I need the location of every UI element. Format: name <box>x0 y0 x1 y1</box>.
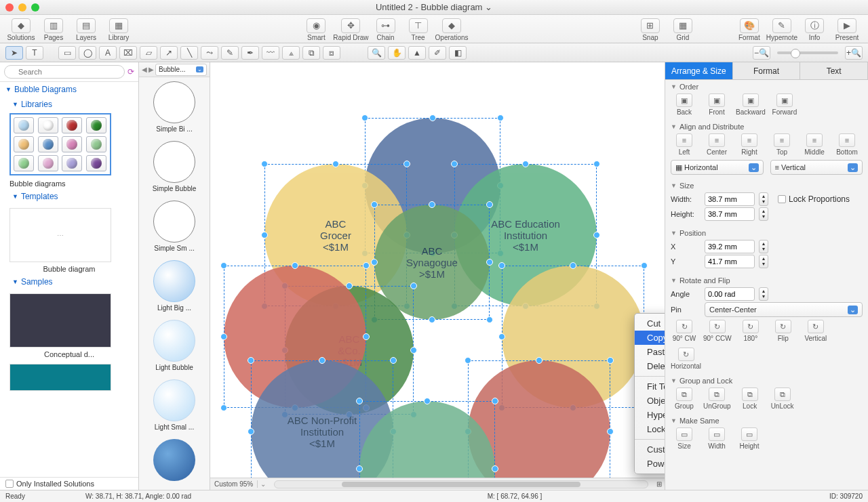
selection-handle[interactable] <box>410 347 417 354</box>
info-button[interactable]: ⓘInfo <box>799 18 830 41</box>
eraser-icon[interactable]: ◧ <box>449 46 467 60</box>
lock-button[interactable]: ⧉Lock <box>736 388 764 410</box>
v-distribute-select[interactable]: ≡ Vertical⌄ <box>770 160 863 175</box>
pin-select[interactable]: Center-Center⌄ <box>705 302 863 317</box>
height-stepper[interactable]: ▴▾ <box>759 207 768 221</box>
ungroup-button[interactable]: ⧉UnGroup <box>703 388 731 410</box>
canvas[interactable]: ABC Grocer <$1MABC Education Institution… <box>210 62 665 490</box>
selection-handle[interactable] <box>497 114 504 121</box>
solutions-button[interactable]: ◆Solutions <box>5 18 37 41</box>
eyedropper-icon[interactable]: ✐ <box>429 46 446 60</box>
height-button[interactable]: ▭Height <box>736 427 763 450</box>
ctx-hypernote[interactable]: Hypernote <box>635 408 665 422</box>
back-button[interactable]: ▣Back <box>671 93 698 116</box>
rotate-header[interactable]: ▼Rotate and Flip <box>671 276 863 285</box>
selection-handle[interactable] <box>292 262 298 269</box>
selection-handle[interactable] <box>593 232 600 238</box>
selection-handle[interactable] <box>261 232 268 238</box>
palette-swatch[interactable] <box>14 155 34 171</box>
traffic-lights[interactable] <box>5 3 39 12</box>
only-installed-check[interactable]: Only Installed Solutions <box>0 477 138 490</box>
hypernote-button[interactable]: ✎Hypernote <box>766 18 797 41</box>
templates-heading[interactable]: ▼Templates <box>0 189 138 204</box>
x-stepper[interactable]: ▴▾ <box>759 240 768 253</box>
center-button[interactable]: ≡Center <box>703 133 730 156</box>
library-shape[interactable]: Light Bubble <box>139 316 210 375</box>
rapid-draw-button[interactable]: ✥Rapid Draw <box>333 18 368 41</box>
size-header[interactable]: ▼Size <box>671 182 863 190</box>
vertical-button[interactable]: ↻Vertical <box>802 320 829 342</box>
library-shape[interactable]: Light Smal ... <box>139 375 210 435</box>
right-button[interactable]: ≡Right <box>736 133 763 156</box>
selection-handle[interactable] <box>356 398 363 404</box>
palette-swatch[interactable] <box>62 136 82 152</box>
pan-icon[interactable]: ✋ <box>388 46 406 60</box>
selection-handle[interactable] <box>332 161 339 167</box>
width-stepper[interactable]: ▴▾ <box>759 192 768 206</box>
text-shape-icon[interactable]: A <box>99 46 117 60</box>
ctx-cut[interactable]: Cut <box>635 316 665 331</box>
backward-button[interactable]: ▣Backward <box>736 93 766 116</box>
palette-swatch[interactable] <box>86 136 106 152</box>
selection-handle[interactable] <box>390 357 397 364</box>
ctx-lock[interactable]: Lock▶ <box>635 422 665 436</box>
present-button[interactable]: ▶Present <box>831 18 863 41</box>
library-shape[interactable]: Light Big ... <box>139 256 210 316</box>
palette-swatch[interactable] <box>38 155 58 171</box>
reload-icon[interactable]: ⟳ <box>127 67 134 77</box>
palette-swatch[interactable] <box>38 117 58 133</box>
text-tool[interactable]: T <box>26 46 43 60</box>
library-shape[interactable] <box>139 435 210 487</box>
template-thumb[interactable]: ⋯ <box>9 208 111 262</box>
selection-handle[interactable] <box>410 283 417 289</box>
grid-button[interactable]: ▦Grid <box>667 18 698 41</box>
ellipse-shape-icon[interactable]: ◯ <box>79 46 96 60</box>
selection-handle[interactable] <box>498 262 505 269</box>
lock-proportions-check[interactable]: Lock Proportions <box>778 194 850 204</box>
smart-button[interactable]: ◉Smart <box>300 18 332 41</box>
angle-input[interactable] <box>705 287 755 301</box>
same-header[interactable]: ▼Make Same <box>671 417 863 425</box>
group-button[interactable]: ⧉Group <box>671 388 698 410</box>
library-dropdown[interactable]: Bubble...⌄ <box>155 64 207 76</box>
close-icon[interactable] <box>5 3 14 12</box>
width-input[interactable] <box>705 192 755 206</box>
solutions-heading[interactable]: ▼Bubble Diagrams <box>0 82 138 97</box>
x-input[interactable] <box>705 240 755 253</box>
selection-handle[interactable] <box>486 316 493 323</box>
selection-handle[interactable] <box>356 465 363 472</box>
ctx-custom-properties-[interactable]: Custom Properties... <box>635 442 665 457</box>
selection-handle[interactable] <box>522 161 529 167</box>
zoom-out-icon[interactable]: −🔍 <box>753 46 770 60</box>
height-input[interactable] <box>705 207 755 221</box>
selection-handle[interactable] <box>248 428 254 435</box>
selection-handle[interactable] <box>429 201 435 208</box>
palette-swatch[interactable] <box>14 117 34 133</box>
curve-icon[interactable]: 〰 <box>262 46 279 60</box>
-ccw-button[interactable]: ↻90° CCW <box>703 320 732 342</box>
library-shape[interactable]: Simple Bi ... <box>139 77 210 137</box>
selection-handle[interactable] <box>371 259 378 266</box>
selection-handle[interactable] <box>492 465 498 472</box>
palette-swatch[interactable] <box>62 155 82 171</box>
snap-button[interactable]: ⊞Snap <box>635 18 666 41</box>
selection-handle[interactable] <box>371 201 378 208</box>
format-button[interactable]: 🎨Format <box>734 18 765 41</box>
layers-button[interactable]: ▤Layers <box>71 18 102 41</box>
y-input[interactable] <box>705 255 755 268</box>
h-distribute-select[interactable]: ▦ Horizontal⌄ <box>671 160 764 175</box>
flip-button[interactable]: ↻Flip <box>770 320 797 342</box>
textbox-icon[interactable]: ⌧ <box>119 46 137 60</box>
connector-icon[interactable]: ⤳ <box>201 46 218 60</box>
palette-swatch[interactable] <box>62 117 82 133</box>
tab-text[interactable]: Text <box>800 62 868 79</box>
pen-icon[interactable]: ✒ <box>241 46 259 60</box>
width-button[interactable]: ▭Width <box>703 427 730 450</box>
callout-icon[interactable]: ▱ <box>140 46 157 60</box>
palette-swatch[interactable] <box>38 136 58 152</box>
align-header[interactable]: ▼Align and Distribute <box>671 123 863 131</box>
bottom-button[interactable]: ≡Bottom <box>833 133 861 156</box>
selection-handle[interactable] <box>261 161 268 167</box>
size-button[interactable]: ▭Size <box>671 427 698 450</box>
tab-format[interactable]: Format <box>733 62 801 79</box>
